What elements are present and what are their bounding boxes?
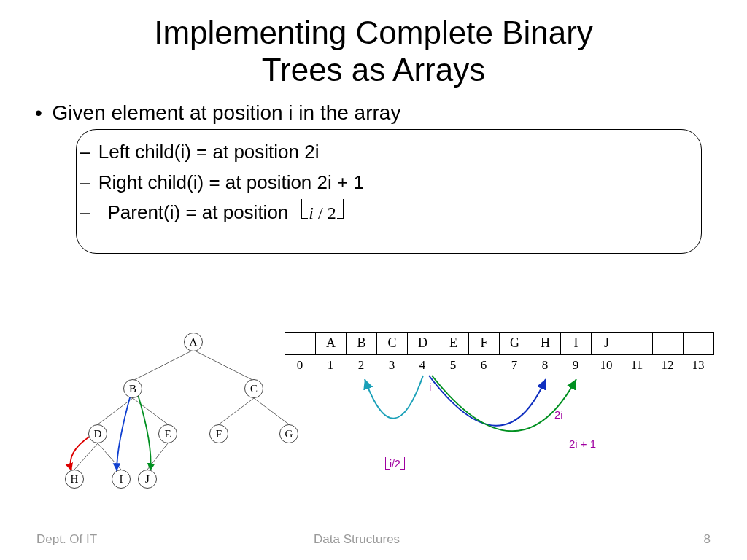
footer-dept: Dept. Of IT — [36, 532, 314, 547]
tree-node: E — [158, 424, 177, 443]
array-representation: A B C D E F G H I J 0 1 2 3 4 5 6 7 8 9 … — [285, 332, 714, 373]
array-index: 0 — [285, 358, 315, 373]
label-i: i — [429, 381, 431, 393]
array-indices: 0 1 2 3 4 5 6 7 8 9 10 11 12 13 — [285, 358, 714, 373]
array-index: 11 — [622, 358, 652, 373]
svg-line-5 — [254, 398, 289, 424]
array-cell: I — [561, 332, 592, 354]
array-cell: A — [316, 332, 347, 354]
array-cell: J — [592, 332, 622, 354]
array-cell — [285, 332, 316, 354]
footer-course: Data Structures — [314, 532, 667, 547]
tree-node: C — [244, 379, 263, 398]
array-index: 3 — [376, 358, 407, 373]
array-index: 8 — [530, 358, 560, 373]
content-area: Given element at position i in the array… — [0, 88, 747, 254]
tree-node: B — [123, 379, 142, 398]
array-index: 5 — [438, 358, 468, 373]
array-cell — [653, 332, 684, 354]
svg-line-3 — [133, 398, 168, 424]
slide-footer: Dept. Of IT Data Structures 8 — [0, 532, 747, 547]
tree-node: D — [88, 424, 107, 443]
array-index: 12 — [652, 358, 683, 373]
array-cell: H — [530, 332, 561, 354]
tree-node: F — [209, 424, 228, 443]
array-index: 7 — [499, 358, 530, 373]
svg-line-1 — [193, 350, 254, 381]
binary-tree: A B C D E F G H I J — [44, 328, 292, 496]
index-arrows — [285, 372, 722, 496]
array-index: 2 — [346, 358, 376, 373]
bullet-right-child: Right child(i) = at position 2i + 1 — [96, 168, 682, 198]
svg-line-2 — [98, 398, 133, 424]
array-cell: F — [469, 332, 500, 354]
array-index: 4 — [407, 358, 438, 373]
svg-line-0 — [133, 350, 193, 381]
array-cell — [684, 332, 714, 354]
array-cell: C — [377, 332, 408, 354]
footer-page: 8 — [667, 532, 711, 547]
label-i-half: i/2 — [387, 458, 403, 470]
array-cell: B — [347, 332, 377, 354]
label-2i: 2i — [554, 408, 563, 421]
array-index: 6 — [468, 358, 499, 373]
tree-node: I — [112, 470, 131, 489]
array-cell: D — [408, 332, 438, 354]
tree-node: J — [138, 470, 157, 489]
svg-line-4 — [219, 398, 254, 424]
formula-box: Left child(i) = at position 2i Right chi… — [76, 129, 702, 254]
array-index: 13 — [683, 358, 713, 373]
diagram-area: A B C D E F G H I J A B C D E F G H I J … — [29, 328, 718, 518]
label-2i-plus-1: 2i + 1 — [569, 438, 596, 450]
array-cell — [622, 332, 653, 354]
bullet-left-child: Left child(i) = at position 2i — [96, 137, 682, 168]
slide-title: Implementing Complete Binary Trees as Ar… — [0, 0, 747, 88]
bullet-parent: Parent(i) = at position i / 2 — [96, 198, 682, 228]
array-cells: A B C D E F G H I J — [285, 332, 714, 355]
tree-node: A — [184, 332, 203, 351]
array-index: 1 — [315, 358, 346, 373]
array-index: 9 — [560, 358, 591, 373]
array-cell: G — [500, 332, 530, 354]
array-index: 10 — [591, 358, 622, 373]
bullet-main: Given element at position i in the array — [53, 101, 694, 125]
tree-edges — [44, 328, 292, 496]
floor-expression: i / 2 — [303, 199, 341, 227]
tree-node: H — [65, 470, 84, 489]
array-cell: E — [438, 332, 469, 354]
